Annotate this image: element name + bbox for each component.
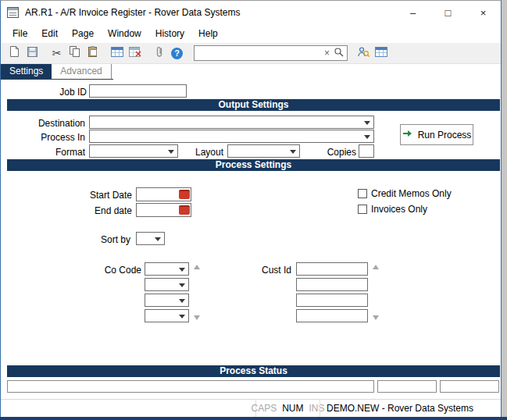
menu-edit[interactable]: Edit: [34, 25, 65, 42]
process-status-field-2: [377, 380, 437, 393]
menu-help[interactable]: Help: [191, 25, 225, 42]
cust-id-scroll-down-icon[interactable]: [373, 315, 379, 320]
cut-button[interactable]: ✂: [48, 44, 66, 62]
credit-memos-checkbox[interactable]: Credit Memos Only: [358, 188, 452, 199]
destination-select[interactable]: [89, 116, 374, 129]
menu-page[interactable]: Page: [65, 25, 101, 42]
search-clear-icon[interactable]: ×: [324, 48, 330, 59]
cust-id-input-2[interactable]: [297, 279, 367, 290]
copies-label: Copies: [292, 147, 356, 158]
process-in-select[interactable]: [89, 130, 374, 143]
co-code-select-2[interactable]: [145, 278, 189, 291]
run-process-button[interactable]: Run Process: [400, 124, 473, 145]
invoices-only-label: Invoices Only: [371, 204, 427, 215]
menubar: File Edit Page Window History Help: [1, 24, 501, 43]
app-window: AR.R1 - A/R Invoice Register - Rover Dat…: [0, 0, 502, 417]
menu-file[interactable]: File: [5, 25, 34, 42]
checkbox-box: [358, 205, 367, 214]
layout-label: Layout: [161, 147, 223, 158]
cust-id-field-4: [296, 309, 368, 322]
co-code-scroll-up-icon[interactable]: [194, 265, 200, 269]
co-code-select-1[interactable]: [145, 262, 189, 276]
copies-input[interactable]: [359, 145, 373, 157]
layout-select[interactable]: [227, 144, 300, 158]
keyboard-state-pane: CAPS NUM INS: [255, 400, 320, 417]
start-date-field: [136, 187, 191, 201]
copy-button[interactable]: [66, 44, 84, 62]
job-id-input[interactable]: [90, 85, 186, 97]
company-pane: DEMO.NEW - Rover Data Systems: [320, 400, 501, 417]
caps-indicator: CAPS: [251, 403, 277, 414]
save-icon: [27, 46, 38, 61]
end-date-picker-icon[interactable]: [179, 205, 190, 215]
menu-window[interactable]: Window: [101, 25, 148, 42]
sort-by-label: Sort by: [52, 234, 130, 245]
delete-grid-button[interactable]: [126, 44, 144, 62]
table-icon: [375, 46, 387, 60]
cust-id-input-4[interactable]: [297, 310, 367, 322]
window-title: AR.R1 - A/R Invoice Register - Rover Dat…: [25, 7, 240, 18]
help-button[interactable]: ?: [168, 44, 186, 62]
num-indicator: NUM: [282, 403, 303, 414]
toolbar: ✂ ? ×: [1, 43, 501, 64]
process-in-label: Process In: [7, 132, 85, 143]
chevron-down-icon: [155, 237, 161, 241]
new-document-icon: [9, 45, 20, 61]
new-document-button[interactable]: [5, 44, 23, 62]
copy-icon: [69, 45, 80, 61]
process-status-banner: Process Status: [7, 365, 500, 377]
person-search-button[interactable]: [354, 44, 372, 62]
start-date-picker-icon[interactable]: [179, 190, 190, 199]
process-status-field-3: [440, 380, 499, 393]
close-button[interactable]: ×: [466, 1, 501, 24]
statusbar: CAPS NUM INS DEMO.NEW - Rover Data Syste…: [1, 399, 501, 417]
cust-id-scroll-up-icon[interactable]: [373, 265, 379, 269]
co-code-select-4[interactable]: [145, 309, 189, 322]
paperclip-icon: [155, 45, 163, 61]
delete-grid-icon: [129, 46, 141, 60]
cust-id-input-3[interactable]: [297, 294, 367, 306]
help-icon: ?: [171, 48, 183, 59]
statusbar-spacer: [1, 400, 255, 417]
chevron-down-icon: [179, 268, 185, 272]
cust-id-field-3: [296, 294, 368, 307]
search-input[interactable]: [198, 48, 324, 59]
co-code-scroll-down-icon[interactable]: [194, 315, 200, 320]
end-date-field: [136, 203, 191, 217]
app-icon: [7, 7, 20, 19]
destination-label: Destination: [7, 118, 85, 129]
form-content: Job ID Output Settings Destination Proce…: [1, 80, 501, 400]
tab-settings[interactable]: Settings: [1, 64, 52, 79]
table-button[interactable]: [372, 44, 390, 62]
format-label: Format: [7, 147, 85, 158]
job-id-field: [89, 84, 187, 98]
sort-by-select[interactable]: [136, 232, 165, 245]
co-code-label: Co Code: [63, 265, 141, 276]
output-settings-banner: Output Settings: [7, 99, 500, 111]
invoices-only-checkbox[interactable]: Invoices Only: [358, 204, 427, 215]
search-icon[interactable]: [334, 46, 344, 60]
start-date-label: Start Date: [54, 190, 132, 201]
person-search-icon: [357, 46, 370, 61]
paste-icon: [87, 45, 98, 61]
end-date-label: End date: [54, 205, 132, 216]
process-settings-banner: Process Settings: [7, 159, 500, 171]
cust-id-input-1[interactable]: [297, 263, 367, 275]
chevron-down-icon: [179, 283, 185, 287]
co-code-select-3[interactable]: [145, 294, 189, 307]
maximize-button[interactable]: □: [430, 1, 466, 24]
tab-advanced[interactable]: Advanced: [52, 64, 111, 79]
window-controls: – □ ×: [395, 1, 501, 24]
window-bottom-border: [0, 417, 507, 420]
attachment-button[interactable]: [150, 44, 168, 62]
minimize-button[interactable]: –: [395, 1, 430, 24]
run-arrow-icon: [402, 129, 413, 141]
paste-button[interactable]: [84, 44, 102, 62]
menu-history[interactable]: History: [148, 25, 191, 42]
checkbox-box: [358, 189, 367, 198]
browse-grid-button[interactable]: [108, 44, 126, 62]
save-button[interactable]: [23, 44, 41, 62]
copies-field: [359, 144, 374, 158]
titlebar: AR.R1 - A/R Invoice Register - Rover Dat…: [1, 1, 501, 24]
credit-memos-label: Credit Memos Only: [371, 188, 452, 199]
